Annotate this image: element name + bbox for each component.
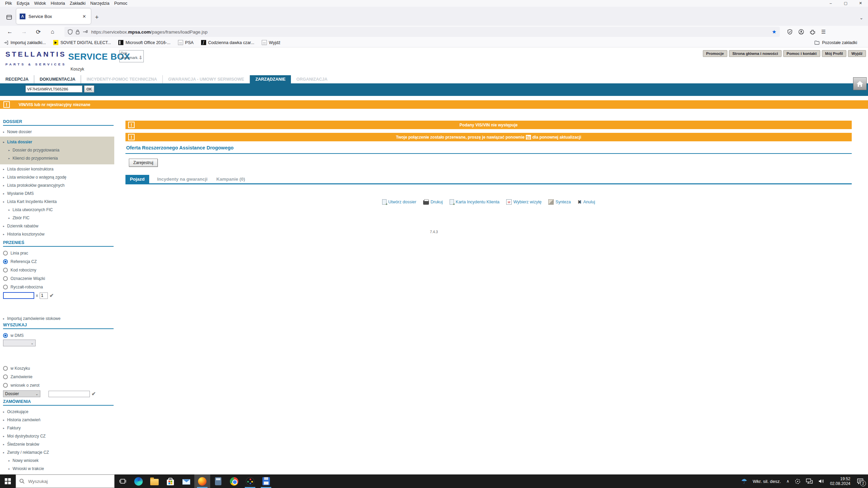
bookmark-codzienna[interactable]: ∫ Codzienna dawka czar...: [201, 40, 254, 45]
browser-tab-service-box[interactable]: Λ Service Box ✕: [16, 8, 91, 24]
sidebar-item-faktury[interactable]: ▸Faktury: [3, 424, 114, 432]
sync-icon[interactable]: [795, 479, 801, 484]
choose-visit-link[interactable]: 12Wybierz wizytę: [506, 199, 541, 205]
taskbar-chrome[interactable]: [226, 474, 242, 488]
home-button[interactable]: ⌂: [48, 28, 57, 35]
reload-button[interactable]: ⟳: [34, 28, 43, 36]
customer-incident-card-link[interactable]: Karta Incydentu Klienta: [450, 199, 499, 205]
menu-view[interactable]: Widok: [32, 0, 48, 6]
tab-incydenty[interactable]: INCYDENTY-POMOC TECHNICZNA: [81, 75, 163, 83]
tab-organizacja[interactable]: ORGANIZACJA: [291, 75, 333, 83]
tab-close-icon[interactable]: ✕: [81, 13, 87, 20]
hamburger-menu-icon[interactable]: ☰: [821, 29, 826, 35]
tab-gwarancja[interactable]: GWARANCJA - UMOWY SERWISOWE: [163, 75, 250, 83]
radio-zamowienie[interactable]: Zamówienie: [3, 372, 114, 381]
promotions-button[interactable]: Promocje: [703, 50, 727, 57]
tab-incydenty-na-gwarancji[interactable]: Incydenty na gwarancji: [157, 175, 209, 183]
bookmark-soviet-digital[interactable]: SOVIET DIGITAL ELECT...: [53, 40, 111, 45]
radio-icon[interactable]: [3, 276, 8, 281]
radio-checked-icon[interactable]: [3, 259, 8, 264]
account-icon[interactable]: [798, 29, 804, 35]
permissions-icon[interactable]: [83, 30, 88, 34]
firefox-view-icon[interactable]: [4, 12, 14, 22]
radio-referencja-cz[interactable]: Referencja CZ: [3, 257, 114, 266]
notification-center-button[interactable]: 2: [856, 477, 865, 486]
taskbar-firefox[interactable]: [194, 474, 210, 488]
url-bar[interactable]: https://servicebox.mpsa.com/pages/frames…: [64, 27, 780, 37]
taskbar-mail[interactable]: [178, 474, 194, 488]
homepage-news-button[interactable]: Strona główna i nowości: [729, 50, 782, 57]
volume-icon[interactable]: [818, 479, 825, 484]
sidebar-item-importuj-zamowienie[interactable]: ▸Importuj zamówienie stokowe: [3, 314, 114, 323]
menu-bookmarks[interactable]: Zakładki: [67, 0, 88, 6]
sidebar-item-lista-kart[interactable]: ▸Lista Kart Incydentu Klienta: [3, 198, 114, 206]
bookmark-office[interactable]: Microsoft Office 2016-...: [118, 40, 170, 45]
minimize-button[interactable]: –: [823, 0, 838, 7]
sidebar-item-lista-dossier[interactable]: ▸Lista dossier: [3, 138, 114, 146]
lock-icon[interactable]: [76, 29, 80, 35]
other-bookmarks[interactable]: Pozostałe zakładki: [814, 40, 857, 45]
sidebar-item-dossier-do-przygotowania[interactable]: ▸Dossier do przygotowania: [3, 146, 114, 154]
weather-text[interactable]: Wkr. sil. desz.: [753, 479, 781, 484]
sidebar-item-lista-protokolow[interactable]: ▸Lista protokołów gwarancyjnych: [3, 181, 114, 189]
quantity-input[interactable]: [40, 292, 48, 299]
sidebar-item-historia-kosztorysow[interactable]: ▸Historia kosztorysów: [3, 230, 114, 238]
print-link[interactable]: Drukuj: [423, 200, 443, 205]
radio-w-dms[interactable]: w DMS: [3, 331, 114, 340]
sidebar-item-nowe-dossier[interactable]: ▸Nowe dossier: [3, 128, 114, 136]
menu-tools[interactable]: Narzędzia: [88, 0, 112, 6]
radio-icon[interactable]: [3, 268, 8, 272]
search-value-input[interactable]: [48, 391, 90, 397]
taskbar-media-player[interactable]: [242, 474, 258, 488]
bookmark-wyjdz[interactable]: Wyjdź: [262, 40, 280, 45]
radio-oznaczenie-wiazki[interactable]: Oznaczenie Wiązki: [3, 274, 114, 283]
search-input[interactable]: [28, 479, 96, 484]
new-tab-button[interactable]: +: [95, 14, 99, 21]
bookmark-import[interactable]: Importuj zakładki...: [3, 40, 46, 45]
tab-zarzadzanie[interactable]: ZARZĄDZANIE: [250, 75, 291, 83]
taskbar-store[interactable]: [162, 474, 178, 488]
url-text[interactable]: https://servicebox.mpsa.com/pages/frames…: [91, 29, 769, 35]
weather-umbrella-icon[interactable]: ☂: [741, 477, 747, 485]
tab-recepcja[interactable]: RECEPCJA: [0, 75, 34, 83]
menu-help[interactable]: Pomoc: [112, 0, 130, 6]
taskbar-search[interactable]: [16, 474, 115, 488]
vin-ok-button[interactable]: OK: [84, 85, 94, 93]
tab-kampanie[interactable]: Kampanie (0): [216, 175, 246, 183]
cart-link[interactable]: Koszyk: [71, 67, 84, 72]
radio-wniosek-o-zwrot[interactable]: wniosek o zwrot: [3, 381, 114, 389]
radio-linia-prac[interactable]: Linia prac: [3, 249, 114, 257]
search-type-select[interactable]: Dossier⌄: [3, 390, 40, 397]
bookmark-psa[interactable]: PSA: [178, 40, 194, 45]
tab-list-chevron-icon[interactable]: ⌄: [860, 15, 863, 20]
sidebar-item-klienci-do-przypomnienia[interactable]: ▸Klienci do przypomnienia: [3, 154, 114, 162]
menu-file[interactable]: Plik: [3, 0, 14, 6]
sidebar-item-lista-wnioskow[interactable]: ▸Lista wniosków o wstępną zgodę: [3, 173, 114, 181]
start-button[interactable]: [0, 474, 16, 488]
radio-icon[interactable]: [3, 251, 8, 256]
dms-select[interactable]: ⌄: [3, 340, 36, 346]
radio-icon[interactable]: [3, 383, 8, 388]
sidebar-item-wyslanie-dms[interactable]: ▸Wysłanie DMS: [3, 189, 114, 198]
sidebar-item-oczekujace[interactable]: ▸Oczekujące: [3, 408, 114, 416]
sidebar-item-dziennik-rabatow[interactable]: ▸Dziennik rabatów: [3, 222, 114, 230]
sidebar-item-lista-dossier-konstruktora[interactable]: ▸Lista dossier konstruktora: [3, 165, 114, 173]
forward-button[interactable]: →: [20, 28, 28, 35]
sidebar-item-lista-utworzonych-fic[interactable]: ▸Lista utworzonych FIC: [3, 206, 114, 214]
menu-history[interactable]: Historia: [48, 0, 67, 6]
my-profile-button[interactable]: Mój Profil: [822, 50, 846, 57]
sidebar-item-nowy-wniosek[interactable]: ▸Nowy wniosek: [3, 456, 114, 465]
tab-dokumentacja[interactable]: DOKUMENTACJA: [34, 75, 81, 83]
taskbar-edge[interactable]: [131, 474, 146, 488]
shield-icon[interactable]: [68, 29, 73, 35]
tab-pojazd[interactable]: Pojazd: [125, 175, 149, 183]
extensions-icon[interactable]: [810, 29, 815, 35]
sidebar-toggle-icon[interactable]: [787, 29, 792, 35]
cancel-link[interactable]: ✖Anuluj: [577, 199, 595, 205]
taskbar-clock[interactable]: 19:52 02.08.2024: [830, 476, 850, 486]
radio-icon[interactable]: [3, 285, 8, 289]
sidebar-item-sledzenie-brakow[interactable]: ▸Śledzenie braków: [3, 440, 114, 448]
radio-checked-icon[interactable]: [3, 333, 8, 338]
dropdown-arrow-icon[interactable]: ⇩: [139, 56, 142, 60]
register-button[interactable]: Zarejestruj: [129, 159, 158, 167]
